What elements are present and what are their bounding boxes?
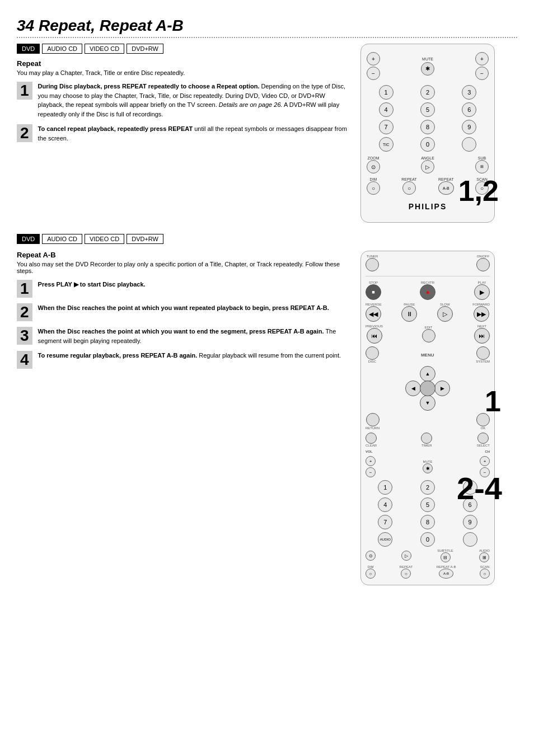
ab-step-text-3: When the Disc reaches the point at which… — [38, 327, 349, 345]
angle2-btn[interactable]: ▷ — [401, 551, 411, 561]
num2-2[interactable]: 2 — [420, 480, 435, 495]
sep1 — [366, 276, 490, 276]
mute2-btn[interactable]: ✱ — [423, 463, 433, 473]
prev-btn[interactable]: ⏮ — [367, 328, 382, 344]
num-6[interactable]: 6 — [462, 102, 476, 117]
repeat-ab-btn[interactable]: A-B — [438, 181, 454, 195]
num-0[interactable]: 0 — [420, 137, 435, 152]
ab-step-text-4: To resume regular playback, press REPEAT… — [38, 351, 349, 360]
dim-btn[interactable]: ○ — [367, 181, 380, 195]
angle-label: ANGLE — [421, 156, 434, 160]
tuner-btn[interactable] — [366, 258, 379, 271]
repeat-ab-section: REPEAT A-B — [438, 177, 454, 195]
num2-circle[interactable] — [463, 532, 477, 547]
slow-btn[interactable]: ▷ — [437, 306, 453, 322]
ab-step-3: 3 When the Disc reaches the point at whi… — [17, 327, 349, 345]
num-4[interactable]: 4 — [379, 102, 394, 117]
edit-btn[interactable] — [422, 329, 435, 342]
scan2-section: SCAN ○ — [480, 565, 490, 579]
num2-7[interactable]: 7 — [378, 515, 392, 529]
stop-btn[interactable]: ■ — [366, 284, 381, 300]
ab-step-num-1: 1 — [17, 280, 32, 298]
repeat-ab2-section: REPEAT A-B A-B — [437, 565, 456, 579]
repeat-ab2-btn[interactable]: A-B — [439, 569, 453, 579]
zoom2-btn[interactable]: ⊙ — [366, 551, 376, 561]
disc-btn[interactable] — [366, 346, 379, 360]
play-btn[interactable]: ▶ — [474, 284, 490, 300]
vol-plus-btn[interactable]: + — [366, 456, 376, 466]
big-num-24: 2-4 — [457, 470, 502, 506]
num2-8[interactable]: 8 — [420, 515, 435, 529]
zoom-label: ZOOM — [368, 156, 380, 160]
disc-badges-bottom: DVD AUDIO CD VIDEO CD DVD+RW — [17, 234, 517, 244]
ab-step-text-1: Press PLAY ▶ to start Disc playback. — [38, 280, 349, 289]
ch-plus-btn[interactable]: + — [480, 456, 490, 466]
num2-1[interactable]: 1 — [378, 480, 392, 495]
next-btn[interactable]: ⏭ — [474, 328, 490, 344]
repeat-ab-left: Repeat A-B You also may set the DVD Reco… — [17, 251, 349, 585]
return-btn[interactable] — [366, 413, 380, 426]
ch-label: CH — [485, 450, 490, 453]
plus-left-btn[interactable]: + — [367, 52, 380, 65]
badge-dvd-rw-2: DVD+RW — [127, 234, 163, 244]
rev-btn[interactable]: ◀◀ — [366, 306, 381, 322]
zoom-btn[interactable]: ⊙ — [367, 160, 380, 173]
stop-section: STOP ■ — [366, 281, 381, 300]
num2-4[interactable]: 4 — [378, 497, 392, 512]
num-9[interactable]: 9 — [462, 120, 476, 134]
system-btn[interactable] — [476, 346, 490, 360]
repeat-btn[interactable]: ○ — [402, 181, 416, 195]
num-3[interactable]: 3 — [462, 85, 476, 100]
rec-btn[interactable]: ● — [420, 284, 435, 300]
repeat-left: DVD AUDIO CD VIDEO CD DVD+RW Repeat You … — [17, 44, 349, 223]
repeat2-section: REPEAT ○ — [400, 565, 413, 579]
num2-9[interactable]: 9 — [463, 515, 477, 529]
scan2-btn[interactable]: ○ — [480, 569, 490, 579]
nav-up-btn[interactable]: ▲ — [420, 366, 435, 382]
pause-section: PAUSE ⏸ — [401, 303, 417, 322]
subtitle-section: SUB ⊞ — [475, 156, 489, 173]
ab-step-text-2: When the Disc reaches the point at which… — [38, 303, 349, 313]
num2-5[interactable]: 5 — [420, 497, 435, 512]
vol-right: + − — [475, 52, 489, 80]
fwd-btn[interactable]: ▶▶ — [474, 306, 489, 322]
repeat2-btn[interactable]: ○ — [401, 569, 411, 579]
nav-ok-btn[interactable] — [420, 381, 435, 396]
clear-section: CLEAR — [366, 433, 377, 447]
dim2-btn[interactable]: ○ — [366, 569, 376, 579]
badge-dvd: DVD — [17, 44, 40, 54]
nav-right-btn[interactable]: ▶ — [434, 381, 450, 396]
angle-btn[interactable]: ▷ — [421, 160, 434, 173]
minus-left-btn[interactable]: − — [367, 67, 380, 80]
plus-right-btn[interactable]: + — [475, 52, 489, 65]
pause-btn[interactable]: ⏸ — [401, 306, 417, 322]
audio2-section: AUDIO ⊞ — [479, 549, 490, 562]
vol-left-2: + − — [366, 456, 376, 477]
num2-0[interactable]: 0 — [420, 532, 435, 547]
timer-btn[interactable] — [421, 433, 432, 444]
vol-left: + − — [367, 52, 380, 80]
num-7[interactable]: 7 — [379, 120, 394, 134]
dim-section: DIM ○ — [367, 177, 380, 195]
audio2-btn[interactable]: ⊞ — [479, 552, 489, 562]
nav-left-btn[interactable]: ◀ — [405, 381, 421, 396]
num-2[interactable]: 2 — [420, 85, 435, 100]
clear-btn[interactable] — [366, 433, 377, 444]
ab-step-1: 1 Press PLAY ▶ to start Disc playback. — [17, 280, 349, 298]
select-btn[interactable] — [477, 433, 489, 444]
tuner-row: TUNER ON/OFF — [366, 255, 490, 271]
num-8[interactable]: 8 — [420, 120, 435, 134]
minus-right-btn[interactable]: − — [475, 67, 489, 80]
nav-down-btn[interactable]: ▼ — [420, 395, 435, 411]
play-section: PLAY ▶ — [474, 281, 490, 300]
remote-bottom: TUNER ON/OFF STOP ■ — [360, 251, 495, 585]
num-1[interactable]: 1 — [379, 85, 394, 100]
num-5[interactable]: 5 — [420, 102, 435, 117]
subtitle-btn[interactable]: ⊞ — [475, 160, 489, 173]
onoff-btn[interactable] — [476, 258, 490, 271]
rev-section: REVERSE ◀◀ — [366, 303, 382, 322]
mute-btn[interactable]: ✱ — [421, 62, 434, 76]
badge-audio-cd: AUDIO CD — [42, 44, 82, 54]
vol-minus-btn[interactable]: − — [366, 467, 376, 477]
subtitle2-btn[interactable]: ⊟ — [441, 552, 451, 562]
